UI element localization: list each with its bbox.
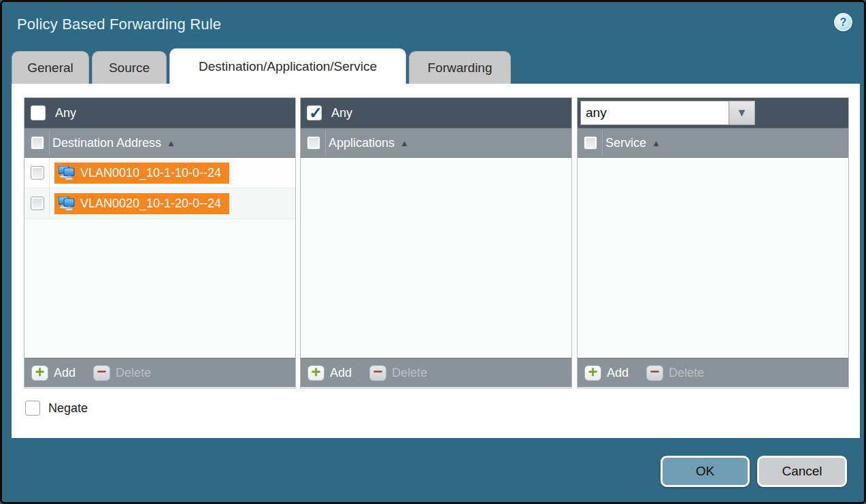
- title-bar: Policy Based Forwarding Rule ?: [2, 2, 864, 48]
- delete-service-button[interactable]: − Delete: [646, 365, 704, 381]
- delete-minus-icon: −: [93, 365, 110, 381]
- sort-ascending-icon: ▲: [400, 138, 409, 148]
- delete-minus-icon: −: [646, 365, 663, 381]
- applications-column: Any Applications ▲ + Add − Delete: [300, 97, 572, 388]
- service-header[interactable]: Service ▲: [578, 128, 848, 158]
- network-address-icon: [59, 166, 75, 180]
- negate-checkbox[interactable]: [25, 401, 40, 416]
- negate-label: Negate: [48, 401, 88, 416]
- row-checkbox[interactable]: [31, 197, 44, 210]
- network-address-icon: [59, 197, 75, 211]
- ok-button[interactable]: OK: [661, 456, 750, 487]
- sort-ascending-icon: ▲: [167, 138, 176, 148]
- table-row[interactable]: VLAN0020_10-1-20-0--24: [24, 188, 295, 219]
- applications-any-bar: Any: [301, 98, 571, 128]
- applications-header-label: Applications: [329, 136, 395, 150]
- delete-application-button[interactable]: − Delete: [369, 365, 427, 381]
- add-service-button[interactable]: + Add: [584, 365, 629, 381]
- destination-header-label: Destination Address: [52, 136, 161, 150]
- row-checkbox[interactable]: [31, 166, 44, 180]
- applications-select-all-checkbox[interactable]: [307, 136, 320, 150]
- service-select-all-checkbox[interactable]: [584, 136, 597, 150]
- destination-any-checkbox[interactable]: [31, 105, 46, 120]
- tab-forwarding[interactable]: Forwarding: [409, 51, 511, 84]
- delete-destination-button[interactable]: − Delete: [93, 365, 151, 381]
- destination-address-column: Any Destination Address ▲ VL: [24, 97, 296, 388]
- destination-select-all-checkbox[interactable]: [31, 136, 44, 150]
- service-list: [578, 158, 848, 358]
- service-mode-combo: ▼: [580, 101, 755, 125]
- applications-list: [301, 158, 571, 358]
- add-plus-icon: +: [307, 365, 324, 381]
- destination-address-header[interactable]: Destination Address ▲: [24, 128, 295, 158]
- destination-footer-bar: + Add − Delete: [24, 358, 295, 387]
- service-mode-input[interactable]: [580, 101, 729, 125]
- applications-header[interactable]: Applications ▲: [301, 128, 571, 158]
- tab-source[interactable]: Source: [92, 51, 167, 84]
- service-selector-bar: ▼: [578, 98, 848, 128]
- service-footer-bar: + Add − Delete: [578, 358, 848, 387]
- policy-forwarding-dialog: Policy Based Forwarding Rule ? General S…: [0, 0, 866, 504]
- address-label: VLAN0010_10-1-10-0--24: [80, 166, 221, 180]
- destination-address-item[interactable]: VLAN0010_10-1-10-0--24: [54, 163, 229, 184]
- dropdown-button[interactable]: ▼: [729, 101, 755, 125]
- tab-general[interactable]: General: [12, 51, 89, 84]
- dialog-title: Policy Based Forwarding Rule: [17, 16, 221, 33]
- chevron-down-icon: ▼: [737, 107, 748, 119]
- table-row[interactable]: VLAN0010_10-1-10-0--24: [24, 158, 295, 188]
- tab-content-panel: Any Destination Address ▲ VL: [12, 84, 860, 438]
- add-application-button[interactable]: + Add: [307, 365, 352, 381]
- help-icon[interactable]: ?: [834, 13, 852, 31]
- cancel-button[interactable]: Cancel: [757, 456, 847, 487]
- add-plus-icon: +: [584, 365, 601, 381]
- destination-address-list: VLAN0010_10-1-10-0--24 VLAN0020_10-1-20-…: [24, 158, 295, 358]
- add-destination-button[interactable]: + Add: [31, 365, 76, 381]
- destination-any-label: Any: [55, 106, 76, 120]
- destination-any-bar: Any: [24, 98, 295, 128]
- applications-footer-bar: + Add − Delete: [301, 358, 571, 387]
- service-header-label: Service: [605, 136, 646, 150]
- add-plus-icon: +: [31, 365, 48, 381]
- tab-destination-application-service[interactable]: Destination/Application/Service: [169, 48, 406, 84]
- sort-ascending-icon: ▲: [652, 138, 661, 148]
- address-label: VLAN0020_10-1-20-0--24: [80, 197, 221, 211]
- applications-any-checkbox[interactable]: [307, 105, 322, 120]
- destination-address-item[interactable]: VLAN0020_10-1-20-0--24: [54, 193, 229, 214]
- applications-any-label: Any: [331, 106, 352, 120]
- delete-minus-icon: −: [369, 365, 386, 381]
- negate-row: Negate: [25, 401, 88, 416]
- service-column: ▼ Service ▲ + Add − Delete: [577, 97, 849, 388]
